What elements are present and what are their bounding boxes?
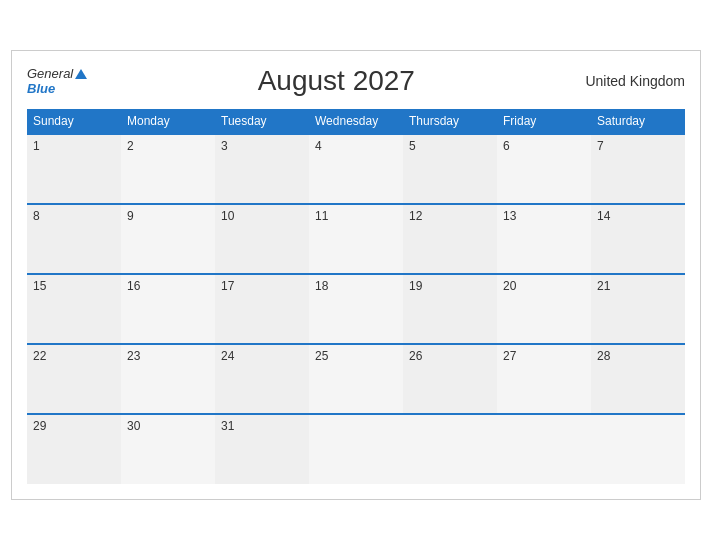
day-cell-10: 10 — [215, 204, 309, 274]
day-cell-1: 1 — [27, 134, 121, 204]
calendar-header: General Blue August 2027 United Kingdom — [27, 61, 685, 101]
weekday-header-wednesday: Wednesday — [309, 109, 403, 134]
day-cell-5: 5 — [403, 134, 497, 204]
calendar-grid: SundayMondayTuesdayWednesdayThursdayFrid… — [27, 109, 685, 484]
weekday-header-tuesday: Tuesday — [215, 109, 309, 134]
day-cell-15: 15 — [27, 274, 121, 344]
week-row-2: 891011121314 — [27, 204, 685, 274]
day-number: 6 — [503, 139, 510, 153]
day-number: 30 — [127, 419, 140, 433]
day-cell-22: 22 — [27, 344, 121, 414]
day-number: 16 — [127, 279, 140, 293]
day-number: 7 — [597, 139, 604, 153]
day-number: 12 — [409, 209, 422, 223]
empty-cell — [497, 414, 591, 484]
day-number: 20 — [503, 279, 516, 293]
empty-cell — [591, 414, 685, 484]
calendar-region: United Kingdom — [585, 73, 685, 89]
empty-cell — [403, 414, 497, 484]
day-cell-31: 31 — [215, 414, 309, 484]
day-cell-26: 26 — [403, 344, 497, 414]
weekday-header-saturday: Saturday — [591, 109, 685, 134]
weekday-header-sunday: Sunday — [27, 109, 121, 134]
day-number: 21 — [597, 279, 610, 293]
calendar-container: General Blue August 2027 United Kingdom … — [11, 50, 701, 500]
day-number: 13 — [503, 209, 516, 223]
day-number: 27 — [503, 349, 516, 363]
day-cell-13: 13 — [497, 204, 591, 274]
day-number: 17 — [221, 279, 234, 293]
day-cell-24: 24 — [215, 344, 309, 414]
logo-blue-text: Blue — [27, 81, 55, 96]
day-number: 18 — [315, 279, 328, 293]
day-cell-2: 2 — [121, 134, 215, 204]
day-number: 25 — [315, 349, 328, 363]
day-cell-23: 23 — [121, 344, 215, 414]
day-cell-21: 21 — [591, 274, 685, 344]
day-number: 26 — [409, 349, 422, 363]
logo: General Blue — [27, 66, 87, 96]
day-cell-25: 25 — [309, 344, 403, 414]
day-cell-11: 11 — [309, 204, 403, 274]
weekday-header-friday: Friday — [497, 109, 591, 134]
calendar-title: August 2027 — [258, 65, 415, 97]
day-number: 23 — [127, 349, 140, 363]
day-number: 22 — [33, 349, 46, 363]
day-cell-16: 16 — [121, 274, 215, 344]
day-number: 4 — [315, 139, 322, 153]
week-row-4: 22232425262728 — [27, 344, 685, 414]
week-row-1: 1234567 — [27, 134, 685, 204]
day-number: 15 — [33, 279, 46, 293]
day-cell-27: 27 — [497, 344, 591, 414]
day-cell-9: 9 — [121, 204, 215, 274]
day-cell-19: 19 — [403, 274, 497, 344]
day-cell-17: 17 — [215, 274, 309, 344]
day-cell-7: 7 — [591, 134, 685, 204]
day-number: 14 — [597, 209, 610, 223]
day-number: 31 — [221, 419, 234, 433]
day-cell-30: 30 — [121, 414, 215, 484]
week-row-3: 15161718192021 — [27, 274, 685, 344]
empty-cell — [309, 414, 403, 484]
day-number: 19 — [409, 279, 422, 293]
day-cell-29: 29 — [27, 414, 121, 484]
day-cell-6: 6 — [497, 134, 591, 204]
day-number: 9 — [127, 209, 134, 223]
logo-triangle-icon — [75, 69, 87, 79]
day-cell-20: 20 — [497, 274, 591, 344]
day-cell-14: 14 — [591, 204, 685, 274]
day-number: 1 — [33, 139, 40, 153]
day-cell-12: 12 — [403, 204, 497, 274]
day-cell-4: 4 — [309, 134, 403, 204]
day-cell-8: 8 — [27, 204, 121, 274]
day-number: 29 — [33, 419, 46, 433]
day-cell-18: 18 — [309, 274, 403, 344]
weekday-header-thursday: Thursday — [403, 109, 497, 134]
day-cell-3: 3 — [215, 134, 309, 204]
day-number: 24 — [221, 349, 234, 363]
logo-general-text: General — [27, 66, 73, 81]
day-number: 28 — [597, 349, 610, 363]
day-number: 8 — [33, 209, 40, 223]
day-number: 10 — [221, 209, 234, 223]
day-number: 3 — [221, 139, 228, 153]
weekday-header-row: SundayMondayTuesdayWednesdayThursdayFrid… — [27, 109, 685, 134]
day-number: 11 — [315, 209, 328, 223]
day-number: 2 — [127, 139, 134, 153]
day-number: 5 — [409, 139, 416, 153]
day-cell-28: 28 — [591, 344, 685, 414]
weekday-header-monday: Monday — [121, 109, 215, 134]
week-row-5: 293031 — [27, 414, 685, 484]
